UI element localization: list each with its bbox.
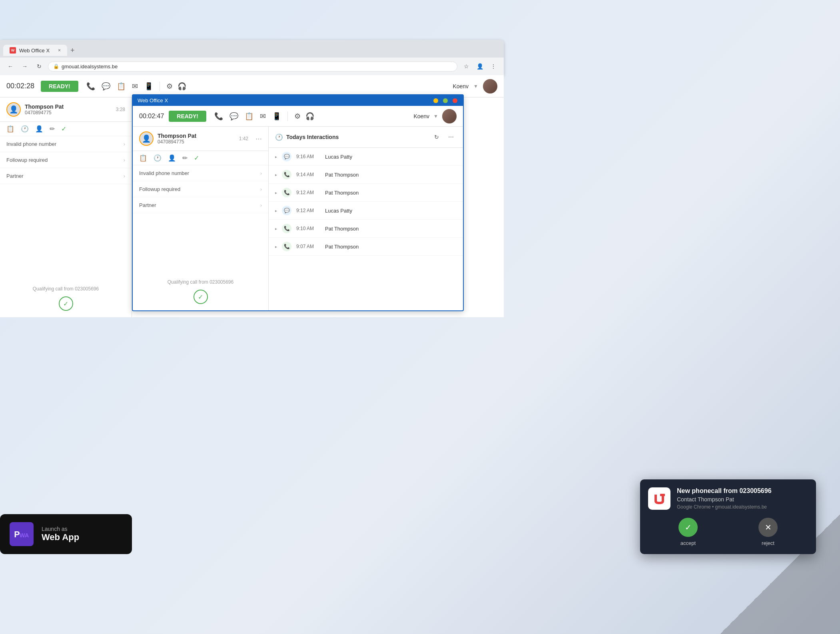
headset-icon[interactable]: 🎧: [178, 82, 186, 91]
qualify-checkmark-button[interactable]: ✓: [59, 296, 73, 311]
action-note-icon[interactable]: 📋: [6, 125, 14, 133]
interaction-row-1[interactable]: ▸ 📞 9:14 AM Pat Thompson: [269, 166, 463, 184]
notification-source: Google Chrome • gmouat.idealsystems.be: [677, 504, 808, 510]
menu-button[interactable]: ⋮: [488, 61, 499, 72]
reload-button[interactable]: ↻: [34, 61, 45, 72]
panel-item-1[interactable]: Followup required ›: [0, 152, 132, 168]
secondary-contact-more[interactable]: ⋯: [255, 135, 262, 143]
new-tab-button[interactable]: +: [67, 46, 78, 55]
sec-action-edit-icon[interactable]: ✏: [182, 154, 188, 162]
interaction-type-icon-5: 📞: [282, 242, 291, 251]
sec-mail-icon[interactable]: ✉: [260, 112, 266, 121]
panel-actions: 📋 🕐 👤 ✏ ✓: [0, 122, 132, 136]
sec-action-history-icon[interactable]: 🕐: [154, 154, 162, 162]
browser-tab[interactable]: W Web Office X ×: [3, 45, 67, 56]
action-history-icon[interactable]: 🕐: [21, 125, 29, 133]
secondary-toolbar-icons: 📞 💬 📋 ✉ 📱: [214, 112, 281, 121]
interaction-row-4[interactable]: ▸ 📞 9:10 AM Pat Thompson: [269, 220, 463, 238]
accept-icon: ✓: [678, 518, 698, 537]
panel-item-0[interactable]: Invalid phone number ›: [0, 136, 132, 152]
sec-settings-icon[interactable]: ⚙: [294, 112, 301, 121]
action-check-icon[interactable]: ✓: [61, 125, 66, 133]
address-text: gmouat.idealsystems.be: [62, 64, 118, 70]
sec-action-contact-icon[interactable]: 👤: [168, 154, 176, 162]
address-bar[interactable]: 🔒 gmouat.idealsystems.be: [48, 62, 457, 72]
notification-title: New phonecall from 023005696: [677, 487, 808, 495]
pwa-small-text: Launch as: [42, 526, 79, 532]
interaction-row-5[interactable]: ▸ 📞 9:07 AM Pat Thompson: [269, 238, 463, 256]
mail-icon[interactable]: ✉: [132, 82, 138, 91]
secondary-user-avatar[interactable]: [442, 109, 457, 123]
interaction-expand-5[interactable]: ▸: [275, 244, 277, 249]
secondary-contact-avatar: 👤: [139, 131, 154, 146]
main-ready-button[interactable]: READY!: [41, 81, 78, 92]
interaction-row-0[interactable]: ▸ 💬 9:16 AM Lucas Patty: [269, 148, 463, 166]
interaction-expand-2[interactable]: ▸: [275, 191, 277, 195]
settings-icon[interactable]: ⚙: [166, 82, 173, 91]
user-dropdown-icon[interactable]: ▼: [473, 83, 478, 89]
action-edit-icon[interactable]: ✏: [50, 125, 55, 133]
sec-action-check-icon[interactable]: ✓: [194, 154, 199, 162]
sec-action-note-icon[interactable]: 📋: [139, 154, 147, 162]
secondary-contact-phone: 0470894775: [158, 139, 235, 145]
main-user-avatar[interactable]: [483, 79, 497, 93]
sec-sms-icon[interactable]: 📱: [272, 112, 281, 121]
interaction-row-2[interactable]: ▸ 📞 9:12 AM Pat Thompson: [269, 184, 463, 202]
interaction-expand-4[interactable]: ▸: [275, 227, 277, 231]
secondary-titlebar: Web Office X: [133, 95, 463, 106]
interaction-row-3[interactable]: ▸ 💬 9:12 AM Lucas Patty: [269, 202, 463, 220]
notification-contact: Contact Thompson Pat: [677, 496, 808, 503]
interaction-expand-3[interactable]: ▸: [275, 209, 277, 213]
panel-item-2[interactable]: Partner ›: [0, 168, 132, 184]
forward-button[interactable]: →: [19, 61, 30, 72]
notification-reject-action[interactable]: ✕ reject: [758, 518, 778, 546]
account-button[interactable]: 👤: [474, 61, 485, 72]
sec-chat-icon[interactable]: 💬: [229, 112, 238, 121]
interaction-expand-0[interactable]: ▸: [275, 155, 277, 159]
pwa-text: Launch as Web App: [42, 526, 79, 543]
window-close[interactable]: [453, 98, 457, 103]
note-icon[interactable]: 📋: [117, 82, 126, 91]
notification-content: New phonecall from 023005696 Contact Tho…: [677, 487, 808, 510]
interaction-type-icon-0: 💬: [282, 152, 291, 161]
interactions-more-button[interactable]: ⋯: [445, 131, 457, 143]
notification-accept-action[interactable]: ✓ accept: [678, 518, 698, 546]
interaction-time-3: 9:12 AM: [296, 208, 320, 213]
back-button[interactable]: ←: [5, 61, 16, 72]
interaction-time-0: 9:16 AM: [296, 154, 320, 159]
action-contact-icon[interactable]: 👤: [35, 125, 43, 133]
secondary-panel-item-label-1: Followup required: [139, 186, 180, 192]
secondary-contact-name: Thompson Pat: [158, 133, 235, 139]
sec-note-icon[interactable]: 📋: [245, 112, 253, 121]
sms-icon[interactable]: 📱: [144, 82, 153, 91]
secondary-contact-time: 1:42: [239, 136, 248, 141]
sec-headset-icon[interactable]: 🎧: [305, 112, 314, 121]
window-minimize[interactable]: [433, 98, 438, 103]
sec-panel-item-arrow-1: ›: [260, 186, 262, 192]
tab-close-button[interactable]: ×: [58, 48, 61, 53]
interactions-refresh-button[interactable]: ↻: [431, 131, 442, 143]
window-maximize[interactable]: [443, 98, 448, 103]
secondary-panel-item-1[interactable]: Followup required ›: [133, 181, 268, 197]
reject-label: reject: [762, 540, 774, 546]
pwa-logo-svg: P WA: [14, 526, 30, 542]
secondary-panel-item-2[interactable]: Partner ›: [133, 197, 268, 213]
notification-logo: [648, 487, 670, 510]
secondary-ready-button[interactable]: READY!: [169, 111, 206, 122]
interaction-type-icon-1: 📞: [282, 170, 291, 179]
checkmark-icon: ✓: [63, 300, 68, 308]
secondary-user-name: Koenv: [413, 113, 429, 119]
pwa-banner[interactable]: P WA Launch as Web App: [0, 514, 132, 554]
panel-item-arrow-1: ›: [124, 157, 125, 163]
panel-item-label-1: Followup required: [6, 157, 48, 163]
sec-user-dropdown[interactable]: ▼: [433, 113, 438, 119]
secondary-panel-item-0[interactable]: Invalid phone number ›: [133, 165, 268, 181]
accept-label: accept: [680, 540, 696, 546]
browser-nav: ← → ↻ 🔒 gmouat.idealsystems.be ☆ 👤 ⋮: [0, 58, 504, 76]
bookmark-button[interactable]: ☆: [461, 61, 472, 72]
secondary-qualify-checkmark[interactable]: ✓: [194, 290, 208, 304]
sec-phone-icon[interactable]: 📞: [214, 112, 223, 121]
phone-icon[interactable]: 📞: [86, 82, 95, 91]
interaction-expand-1[interactable]: ▸: [275, 173, 277, 177]
chat-icon[interactable]: 💬: [102, 82, 110, 91]
